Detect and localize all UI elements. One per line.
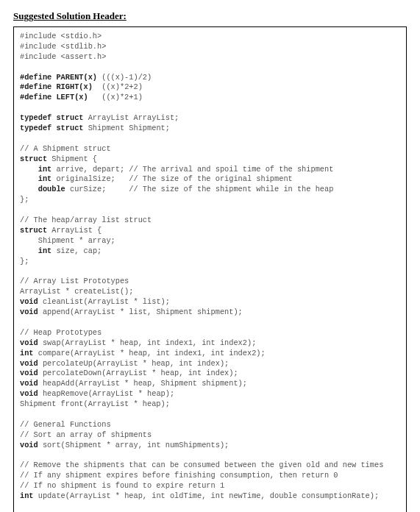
code-line: heapRemove(ArrayList * heap);	[38, 389, 174, 398]
code-kw: void	[20, 338, 38, 347]
code-line: curSize; // The size of the shipment whi…	[65, 185, 334, 193]
code-line: originalSize; // The size of the origina…	[51, 174, 293, 183]
code-line: #include <assert.h>	[20, 52, 106, 61]
code-line: append(ArrayList * list, Shipment shipme…	[38, 307, 243, 316]
code-line: update(ArrayList * heap, int oldTime, in…	[34, 491, 380, 500]
code-line: Shipment front(ArrayList * heap);	[20, 399, 170, 408]
code-kw: void	[20, 307, 38, 316]
code-line: #include <stdlib.h>	[20, 42, 106, 51]
code-line: ((x)*2+2)	[93, 82, 143, 91]
code-line: ArrayList ArrayList;	[84, 113, 179, 122]
code-kw: void	[20, 379, 38, 388]
code-kw: void	[20, 389, 38, 398]
code-line: // Sort an array of shipments	[20, 430, 152, 439]
code-kw: #define PARENT(x)	[20, 73, 97, 82]
code-line: Shipment * array;	[20, 236, 115, 245]
code-line: compare(ArrayList * heap, int index1, in…	[34, 349, 266, 358]
code-kw: int	[20, 349, 34, 358]
code-kw: typedef struct	[20, 113, 84, 122]
code-line: // Heap Prototypes	[20, 328, 102, 337]
section-header: Suggested Solution Header:	[13, 10, 407, 22]
code-kw: void	[20, 297, 38, 306]
code-kw: #define RIGHT(x)	[20, 82, 93, 91]
code-line: // General Functions	[20, 420, 111, 429]
code-line: size, cap;	[51, 246, 102, 255]
code-line: // If no shipment is found to expire ret…	[20, 481, 224, 490]
code-kw: int	[20, 246, 51, 255]
code-line: (((x)-1)/2)	[97, 73, 152, 82]
code-line: ArrayList * createList();	[20, 287, 133, 296]
code-kw: void	[20, 359, 38, 368]
code-line: #include <stdio.h>	[20, 32, 102, 40]
code-kw: int	[20, 165, 51, 174]
code-kw: double	[20, 185, 65, 193]
code-kw: struct	[20, 154, 47, 163]
code-line: // Array List Prototypes	[20, 277, 129, 285]
code-line: swap(ArrayList * heap, int index1, int i…	[38, 338, 257, 347]
code-line: cleanList(ArrayList * list);	[38, 297, 170, 306]
code-kw: struct	[20, 226, 47, 235]
code-line: ((x)*2+1)	[88, 93, 143, 102]
code-line: arrive, depart; // The arrival and spoil…	[51, 165, 333, 174]
code-block: #include <stdio.h> #include <stdlib.h> #…	[13, 26, 407, 512]
code-kw: int	[20, 491, 34, 500]
code-line: };	[20, 195, 29, 204]
code-line: sort(Shipment * array, int numShipments)…	[38, 441, 229, 449]
code-line: heapAdd(ArrayList * heap, Shipment shipm…	[38, 379, 247, 388]
code-kw: typedef struct	[20, 124, 84, 132]
code-kw: int	[20, 174, 51, 183]
code-kw: void	[20, 441, 38, 449]
code-line: Shipment {	[47, 154, 97, 163]
code-line: // If any shipment expires before finish…	[20, 471, 338, 480]
code-line: percolateUp(ArrayList * heap, int index)…	[38, 359, 229, 368]
code-line: ArrayList {	[47, 226, 102, 235]
document-page: Suggested Solution Header: #include <std…	[0, 0, 420, 512]
code-line: // The heap/array list struct	[20, 216, 152, 224]
code-kw: #define LEFT(x)	[20, 93, 88, 102]
code-line: // Remove the shipments that can be cons…	[20, 461, 383, 469]
code-kw: void	[20, 369, 38, 377]
code-line: // A Shipment struct	[20, 144, 111, 153]
code-line: };	[20, 257, 29, 266]
code-line: percolateDown(ArrayList * heap, int inde…	[38, 369, 238, 377]
code-line: Shipment Shipment;	[84, 124, 170, 132]
